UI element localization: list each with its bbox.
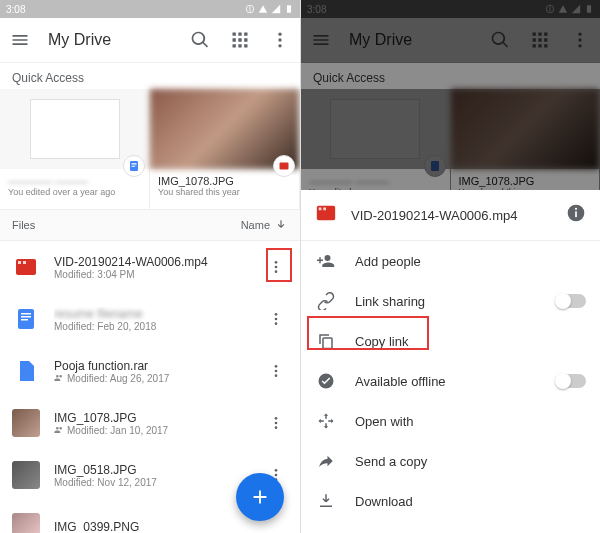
- svg-rect-1: [250, 7, 251, 12]
- sheet-file-name: VID-20190214-WA0006.mp4: [351, 208, 552, 223]
- svg-point-29: [275, 426, 278, 429]
- image-thumb-icon: [12, 513, 40, 533]
- svg-point-5: [278, 44, 281, 47]
- menu-icon[interactable]: [8, 28, 32, 52]
- file-overflow-icon[interactable]: [264, 411, 288, 435]
- svg-rect-42: [323, 208, 326, 211]
- file-sub: Modified: 3:04 PM: [54, 269, 264, 280]
- file-name: IMG_1078.JPG: [54, 411, 264, 425]
- sheet-item-label: Available offline: [355, 374, 538, 389]
- app-bar: My Drive: [0, 18, 300, 62]
- qa-subtitle: You edited over a year ago: [8, 187, 141, 197]
- sheet-item-label: Download: [355, 494, 586, 509]
- status-bar: 3:08: [0, 0, 300, 18]
- file-row[interactable]: VID-20190214-WA0006.mp4 Modified: 3:04 P…: [0, 241, 300, 293]
- svg-rect-7: [132, 163, 137, 164]
- svg-point-22: [275, 318, 278, 321]
- search-icon[interactable]: [188, 28, 212, 52]
- quick-access-row: ———— ——— You edited over a year ago IMG_…: [0, 89, 300, 209]
- file-sub: Modified: Aug 26, 2017: [54, 373, 264, 384]
- svg-point-16: [275, 270, 278, 273]
- svg-rect-10: [280, 163, 289, 170]
- file-name: resume filename: [54, 307, 264, 321]
- svg-rect-20: [21, 319, 28, 321]
- send-icon: [315, 450, 337, 472]
- status-icons: [245, 4, 294, 14]
- svg-point-15: [275, 266, 278, 269]
- sheet-item-download[interactable]: Download: [301, 481, 600, 521]
- image-thumb-icon: [12, 461, 40, 489]
- svg-point-28: [275, 422, 278, 425]
- file-sub: Modified: Jan 10, 2017: [54, 425, 264, 436]
- status-time: 3:08: [6, 4, 25, 15]
- svg-rect-9: [132, 166, 136, 167]
- context-sheet: VID-20190214-WA0006.mp4 Add people Link …: [301, 190, 600, 533]
- sheet-item-open-with[interactable]: Open with: [301, 401, 600, 441]
- quick-access-label: Quick Access: [0, 62, 300, 89]
- file-name: VID-20190214-WA0006.mp4: [54, 255, 264, 269]
- video-badge-icon: [273, 155, 295, 177]
- open-with-icon: [315, 410, 337, 432]
- qa-thumb-doc: [0, 89, 149, 169]
- sheet-header: VID-20190214-WA0006.mp4: [301, 190, 600, 240]
- sheet-list: Add people Link sharing Copy link Availa…: [301, 241, 600, 533]
- overflow-icon[interactable]: [268, 28, 292, 52]
- file-row[interactable]: IMG_1078.JPG Modified: Jan 10, 2017: [0, 397, 300, 449]
- person-add-icon: [315, 250, 337, 272]
- video-icon: [12, 253, 40, 281]
- copy-icon: [315, 330, 337, 352]
- sheet-item-label: Copy link: [355, 334, 586, 349]
- svg-point-25: [275, 370, 278, 373]
- view-grid-icon[interactable]: [228, 28, 252, 52]
- sheet-item-label: Add people: [355, 254, 586, 269]
- file-row[interactable]: Pooja function.rar Modified: Aug 26, 201…: [0, 345, 300, 397]
- qa-subtitle: You shared this year: [158, 187, 291, 197]
- list-header[interactable]: Files Name: [0, 209, 300, 241]
- svg-point-24: [275, 365, 278, 368]
- svg-rect-18: [21, 313, 31, 315]
- qa-card[interactable]: ———— ——— You edited over a year ago: [0, 89, 150, 209]
- sheet-item-label: Link sharing: [355, 294, 538, 309]
- svg-point-21: [275, 313, 278, 316]
- image-thumb-icon: [12, 409, 40, 437]
- sheet-item-link-sharing[interactable]: Link sharing: [301, 281, 600, 321]
- file-name: IMG_0518.JPG: [54, 463, 264, 477]
- file-name: IMG_0399.PNG: [54, 520, 288, 533]
- shared-icon: [54, 425, 64, 435]
- sheet-item-copy-link[interactable]: Copy link: [301, 321, 600, 361]
- svg-point-4: [278, 38, 281, 41]
- sheet-item-move[interactable]: Move: [301, 521, 600, 533]
- sheet-item-add-people[interactable]: Add people: [301, 241, 600, 281]
- svg-rect-12: [18, 261, 21, 264]
- file-row[interactable]: resume filename Modified: Feb 20, 2018: [0, 293, 300, 345]
- file-overflow-icon[interactable]: [264, 307, 288, 331]
- svg-point-46: [325, 255, 331, 261]
- file-sub: Modified: Feb 20, 2018: [54, 321, 264, 332]
- right-panel: 3:08 My Drive Quick Access ———— ———You e…: [300, 0, 600, 533]
- qa-title: IMG_1078.JPG: [158, 175, 291, 187]
- file-name: Pooja function.rar: [54, 359, 264, 373]
- file-generic-icon: [12, 357, 40, 385]
- qa-card[interactable]: IMG_1078.JPG You shared this year: [150, 89, 300, 209]
- svg-rect-19: [21, 316, 31, 318]
- svg-point-26: [275, 374, 278, 377]
- sheet-item-label: Send a copy: [355, 454, 586, 469]
- file-overflow-icon[interactable]: [264, 255, 288, 279]
- svg-rect-47: [323, 338, 332, 349]
- svg-point-14: [275, 261, 278, 264]
- file-sub: Modified: Nov 12, 2017: [54, 477, 264, 488]
- arrow-down-icon: [274, 218, 288, 232]
- sheet-item-send-copy[interactable]: Send a copy: [301, 441, 600, 481]
- svg-point-27: [275, 417, 278, 420]
- svg-point-3: [278, 33, 281, 36]
- toggle-switch[interactable]: [556, 374, 586, 388]
- toggle-switch[interactable]: [556, 294, 586, 308]
- sheet-item-offline[interactable]: Available offline: [301, 361, 600, 401]
- qa-title: ———— ———: [8, 175, 141, 187]
- file-overflow-icon[interactable]: [264, 359, 288, 383]
- fab-add-button[interactable]: [236, 473, 284, 521]
- offline-icon: [315, 370, 337, 392]
- doc-icon: [12, 305, 40, 333]
- info-icon[interactable]: [566, 203, 586, 227]
- svg-rect-44: [575, 211, 577, 217]
